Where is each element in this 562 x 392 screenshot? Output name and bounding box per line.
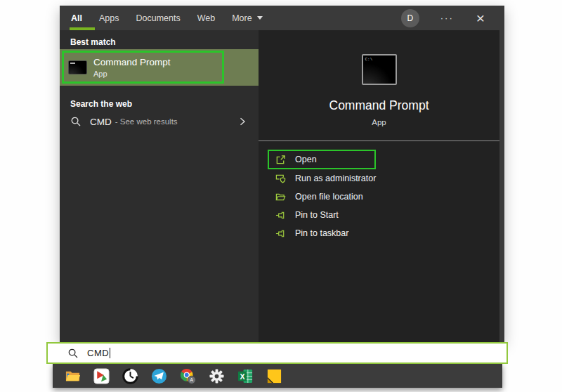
folder-location-icon: [275, 192, 286, 202]
annotation-highlight-open: Open: [268, 150, 376, 169]
command-prompt-icon: [68, 60, 87, 74]
start-search-flyout: All Apps Documents Web More D ··· ×: [60, 6, 504, 342]
svg-text:X: X: [240, 372, 244, 380]
best-match-header: Best match: [70, 37, 259, 47]
tab-more[interactable]: More: [232, 6, 262, 30]
excel-icon[interactable]: X: [237, 368, 254, 384]
cmd-prompt-glyph: C:\: [365, 57, 373, 62]
best-match-result[interactable]: Command Prompt App: [60, 49, 259, 86]
search-input-value: CMD: [87, 348, 109, 358]
taskbar-search-input[interactable]: CMD: [46, 342, 508, 364]
action-pin-to-start[interactable]: Pin to Start: [275, 206, 499, 224]
action-pin-to-taskbar[interactable]: Pin to taskbar: [275, 224, 499, 242]
action-open-file-location[interactable]: Open file location: [275, 188, 499, 206]
tab-documents-label: Documents: [136, 13, 180, 23]
admin-shield-icon: [275, 174, 286, 184]
active-tab-underline: [70, 27, 95, 30]
text-caret: [110, 348, 110, 358]
tab-more-label: More: [232, 13, 251, 23]
file-explorer-icon[interactable]: [65, 368, 81, 384]
open-icon: [275, 155, 286, 165]
taskbar: A X: [53, 364, 502, 388]
action-run-as-admin-label: Run as administrator: [295, 174, 376, 183]
user-avatar[interactable]: D: [401, 9, 419, 27]
web-suffix-text: - See web results: [115, 117, 178, 126]
command-prompt-icon-large: C:\: [362, 54, 397, 85]
result-preview-panel: C:\ Command Prompt App Open: [259, 30, 499, 342]
chrome-profile-icon[interactable]: A: [180, 368, 196, 384]
action-open[interactable]: Open: [275, 151, 317, 168]
chevron-down-icon: [257, 16, 263, 20]
desktop: All Apps Documents Web More D ··· ×: [0, 0, 562, 392]
search-results-panel: Best match Command Prompt App Search the…: [60, 30, 259, 342]
avatar-initial: D: [407, 13, 413, 23]
screen-recorder-app-icon[interactable]: [122, 368, 138, 384]
search-icon: [70, 116, 81, 127]
tab-documents[interactable]: Documents: [136, 6, 180, 30]
svg-text:A: A: [190, 377, 194, 382]
more-options-icon[interactable]: ···: [440, 13, 454, 23]
web-query-text: CMD: [90, 117, 112, 127]
chevron-right-icon: [237, 116, 247, 127]
preview-app-title: Command Prompt: [329, 98, 429, 113]
pin-icon: [275, 210, 286, 221]
telegram-icon[interactable]: [151, 368, 167, 384]
action-pin-to-start-label: Pin to Start: [295, 210, 339, 220]
tab-web-label: Web: [197, 13, 215, 23]
action-pin-to-taskbar-label: Pin to taskbar: [295, 228, 348, 238]
best-match-title: Command Prompt: [93, 57, 171, 67]
tab-apps-label: Apps: [99, 13, 119, 23]
media-converter-app-icon[interactable]: [93, 368, 110, 384]
preview-app-subtitle: App: [372, 118, 386, 126]
action-list: Open Run as administrator Open file: [259, 141, 499, 242]
best-match-subtitle: App: [93, 70, 171, 78]
action-open-file-location-label: Open file location: [295, 192, 363, 202]
sticky-notes-icon[interactable]: [266, 368, 282, 384]
search-web-header: Search the web: [70, 99, 269, 109]
close-icon[interactable]: ×: [476, 11, 485, 25]
web-search-result[interactable]: CMD - See web results: [60, 109, 259, 134]
action-open-label: Open: [295, 155, 317, 164]
pin-icon: [275, 228, 286, 239]
settings-gear-icon[interactable]: [209, 368, 225, 384]
search-filter-tabbar: All Apps Documents Web More D ··· ×: [60, 6, 504, 30]
tab-all-label: All: [71, 13, 82, 23]
tab-all[interactable]: All: [71, 6, 82, 30]
window-edge: [499, 6, 504, 342]
search-icon: [67, 348, 79, 359]
action-run-as-admin[interactable]: Run as administrator: [275, 169, 499, 188]
tab-web[interactable]: Web: [197, 6, 215, 30]
tab-apps[interactable]: Apps: [99, 6, 119, 30]
